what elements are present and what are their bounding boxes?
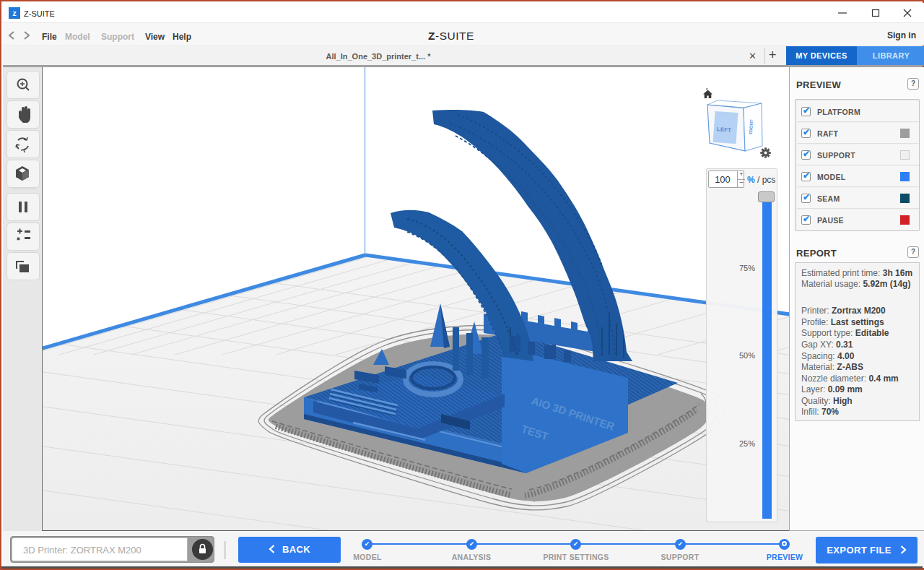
svg-text:LEFT: LEFT (717, 126, 732, 134)
svg-text:FRONT: FRONT (748, 119, 754, 134)
